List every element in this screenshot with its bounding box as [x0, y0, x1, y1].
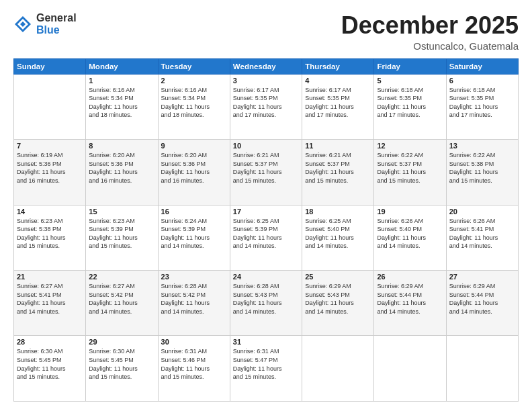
calendar-cell: 2Sunrise: 6:16 AM Sunset: 5:34 PM Daylig… — [158, 74, 230, 139]
weekday-header-row: SundayMondayTuesdayWednesdayThursdayFrid… — [14, 58, 519, 74]
page: General Blue December 2025 Ostuncalco, G… — [0, 0, 532, 411]
logo-icon — [13, 15, 32, 34]
calendar-cell: 5Sunrise: 6:18 AM Sunset: 5:35 PM Daylig… — [374, 74, 446, 139]
day-info: Sunrise: 6:29 AM Sunset: 5:44 PM Dayligh… — [449, 282, 515, 316]
calendar-cell: 14Sunrise: 6:23 AM Sunset: 5:38 PM Dayli… — [14, 205, 86, 270]
day-info: Sunrise: 6:19 AM Sunset: 5:36 PM Dayligh… — [17, 151, 83, 185]
week-row-5: 28Sunrise: 6:30 AM Sunset: 5:45 PM Dayli… — [14, 336, 519, 402]
day-info: Sunrise: 6:27 AM Sunset: 5:41 PM Dayligh… — [17, 282, 83, 316]
day-info: Sunrise: 6:22 AM Sunset: 5:38 PM Dayligh… — [449, 151, 515, 185]
week-row-2: 7Sunrise: 6:19 AM Sunset: 5:36 PM Daylig… — [14, 140, 519, 205]
day-info: Sunrise: 6:31 AM Sunset: 5:47 PM Dayligh… — [233, 347, 299, 381]
calendar-cell: 23Sunrise: 6:28 AM Sunset: 5:42 PM Dayli… — [158, 271, 230, 336]
calendar-cell: 7Sunrise: 6:19 AM Sunset: 5:36 PM Daylig… — [14, 140, 86, 205]
day-number: 21 — [17, 273, 83, 281]
calendar-cell: 13Sunrise: 6:22 AM Sunset: 5:38 PM Dayli… — [446, 140, 518, 205]
day-number: 13 — [449, 142, 515, 150]
day-info: Sunrise: 6:20 AM Sunset: 5:36 PM Dayligh… — [161, 151, 227, 185]
day-number: 23 — [161, 273, 227, 281]
week-row-1: 1Sunrise: 6:16 AM Sunset: 5:34 PM Daylig… — [14, 74, 519, 139]
day-info: Sunrise: 6:23 AM Sunset: 5:39 PM Dayligh… — [89, 217, 154, 250]
title-block: December 2025 Ostuncalco, Guatemala — [341, 12, 519, 52]
day-number: 10 — [233, 142, 299, 150]
calendar-cell: 10Sunrise: 6:21 AM Sunset: 5:37 PM Dayli… — [230, 140, 302, 205]
day-number: 20 — [449, 208, 515, 216]
day-number: 6 — [449, 77, 515, 85]
day-info: Sunrise: 6:30 AM Sunset: 5:45 PM Dayligh… — [17, 347, 83, 381]
day-info: Sunrise: 6:26 AM Sunset: 5:41 PM Dayligh… — [449, 217, 515, 250]
day-info: Sunrise: 6:24 AM Sunset: 5:39 PM Dayligh… — [161, 217, 227, 250]
weekday-header-tuesday: Tuesday — [158, 58, 230, 74]
calendar-cell: 18Sunrise: 6:25 AM Sunset: 5:40 PM Dayli… — [302, 205, 374, 270]
day-number: 3 — [233, 77, 299, 85]
calendar-table: SundayMondayTuesdayWednesdayThursdayFrid… — [13, 58, 519, 402]
logo: General Blue — [13, 12, 77, 36]
weekday-header-sunday: Sunday — [14, 58, 86, 74]
day-number: 8 — [89, 142, 154, 150]
calendar-cell: 11Sunrise: 6:21 AM Sunset: 5:37 PM Dayli… — [302, 140, 374, 205]
day-info: Sunrise: 6:30 AM Sunset: 5:45 PM Dayligh… — [89, 347, 154, 381]
week-row-4: 21Sunrise: 6:27 AM Sunset: 5:41 PM Dayli… — [14, 271, 519, 336]
day-number: 9 — [161, 142, 227, 150]
calendar-cell: 29Sunrise: 6:30 AM Sunset: 5:45 PM Dayli… — [86, 336, 158, 402]
day-number: 17 — [233, 208, 299, 216]
day-info: Sunrise: 6:17 AM Sunset: 5:35 PM Dayligh… — [233, 86, 299, 120]
calendar-cell: 24Sunrise: 6:28 AM Sunset: 5:43 PM Dayli… — [230, 271, 302, 336]
calendar-cell: 31Sunrise: 6:31 AM Sunset: 5:47 PM Dayli… — [230, 336, 302, 402]
day-info: Sunrise: 6:21 AM Sunset: 5:37 PM Dayligh… — [233, 151, 299, 185]
day-number: 22 — [89, 273, 154, 281]
weekday-header-thursday: Thursday — [302, 58, 374, 74]
day-info: Sunrise: 6:25 AM Sunset: 5:40 PM Dayligh… — [305, 217, 371, 250]
day-info: Sunrise: 6:23 AM Sunset: 5:38 PM Dayligh… — [17, 217, 83, 250]
logo-blue: Blue — [36, 24, 77, 36]
calendar-cell: 30Sunrise: 6:31 AM Sunset: 5:46 PM Dayli… — [158, 336, 230, 402]
weekday-header-friday: Friday — [374, 58, 446, 74]
day-info: Sunrise: 6:29 AM Sunset: 5:44 PM Dayligh… — [377, 282, 443, 316]
calendar-cell: 12Sunrise: 6:22 AM Sunset: 5:37 PM Dayli… — [374, 140, 446, 205]
day-number: 25 — [305, 273, 371, 281]
day-number: 4 — [305, 77, 371, 85]
calendar-cell: 28Sunrise: 6:30 AM Sunset: 5:45 PM Dayli… — [14, 336, 86, 402]
calendar-cell: 16Sunrise: 6:24 AM Sunset: 5:39 PM Dayli… — [158, 205, 230, 270]
day-info: Sunrise: 6:26 AM Sunset: 5:40 PM Dayligh… — [377, 217, 443, 250]
day-number: 15 — [89, 208, 154, 216]
day-number: 5 — [377, 77, 443, 85]
calendar-cell: 4Sunrise: 6:17 AM Sunset: 5:35 PM Daylig… — [302, 74, 374, 139]
calendar-cell: 21Sunrise: 6:27 AM Sunset: 5:41 PM Dayli… — [14, 271, 86, 336]
calendar-cell: 8Sunrise: 6:20 AM Sunset: 5:36 PM Daylig… — [86, 140, 158, 205]
calendar-cell: 3Sunrise: 6:17 AM Sunset: 5:35 PM Daylig… — [230, 74, 302, 139]
calendar-cell: 19Sunrise: 6:26 AM Sunset: 5:40 PM Dayli… — [374, 205, 446, 270]
calendar-cell: 6Sunrise: 6:18 AM Sunset: 5:35 PM Daylig… — [446, 74, 518, 139]
day-info: Sunrise: 6:16 AM Sunset: 5:34 PM Dayligh… — [89, 86, 154, 120]
month-title: December 2025 — [341, 12, 519, 39]
calendar-cell: 27Sunrise: 6:29 AM Sunset: 5:44 PM Dayli… — [446, 271, 518, 336]
day-info: Sunrise: 6:17 AM Sunset: 5:35 PM Dayligh… — [305, 86, 371, 120]
day-number: 28 — [17, 338, 83, 346]
weekday-header-monday: Monday — [86, 58, 158, 74]
day-number: 12 — [377, 142, 443, 150]
day-number: 30 — [161, 338, 227, 346]
day-info: Sunrise: 6:25 AM Sunset: 5:39 PM Dayligh… — [233, 217, 299, 250]
day-number: 27 — [449, 273, 515, 281]
calendar-cell: 22Sunrise: 6:27 AM Sunset: 5:42 PM Dayli… — [86, 271, 158, 336]
calendar-cell: 1Sunrise: 6:16 AM Sunset: 5:34 PM Daylig… — [86, 74, 158, 139]
calendar-cell: 9Sunrise: 6:20 AM Sunset: 5:36 PM Daylig… — [158, 140, 230, 205]
calendar-cell — [446, 336, 518, 402]
day-number: 1 — [89, 77, 154, 85]
week-row-3: 14Sunrise: 6:23 AM Sunset: 5:38 PM Dayli… — [14, 205, 519, 270]
day-number: 26 — [377, 273, 443, 281]
day-number: 29 — [89, 338, 154, 346]
calendar-cell: 20Sunrise: 6:26 AM Sunset: 5:41 PM Dayli… — [446, 205, 518, 270]
weekday-header-wednesday: Wednesday — [230, 58, 302, 74]
day-info: Sunrise: 6:22 AM Sunset: 5:37 PM Dayligh… — [377, 151, 443, 185]
header: General Blue December 2025 Ostuncalco, G… — [13, 12, 519, 52]
day-info: Sunrise: 6:31 AM Sunset: 5:46 PM Dayligh… — [161, 347, 227, 381]
weekday-header-saturday: Saturday — [446, 58, 518, 74]
day-number: 2 — [161, 77, 227, 85]
logo-general: General — [36, 12, 77, 24]
day-number: 19 — [377, 208, 443, 216]
location: Ostuncalco, Guatemala — [341, 40, 519, 52]
day-info: Sunrise: 6:18 AM Sunset: 5:35 PM Dayligh… — [377, 86, 443, 120]
day-number: 24 — [233, 273, 299, 281]
day-number: 16 — [161, 208, 227, 216]
